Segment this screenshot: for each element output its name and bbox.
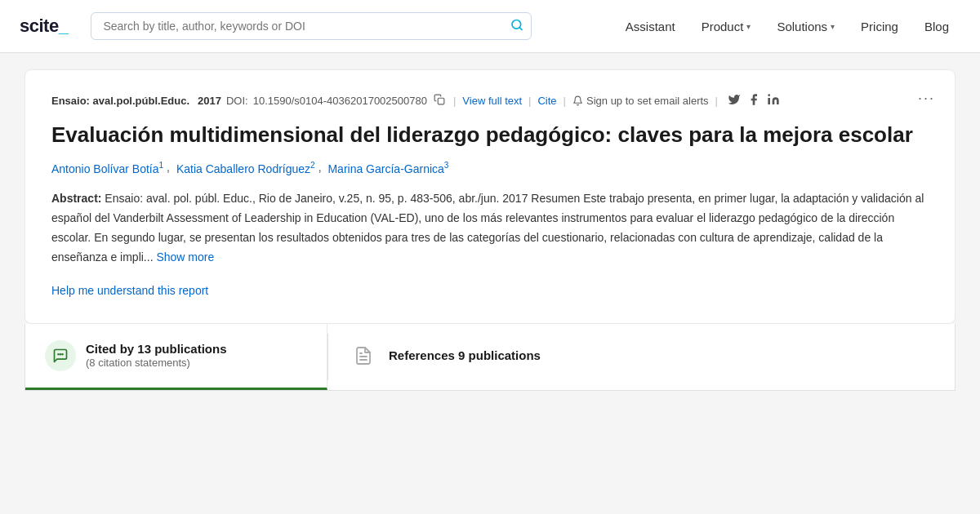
references-icon bbox=[348, 340, 379, 371]
help-link[interactable]: Help me understand this report bbox=[51, 284, 208, 297]
separator-4: | bbox=[715, 95, 718, 107]
facebook-icon bbox=[747, 93, 760, 106]
show-more-link[interactable]: Show more bbox=[156, 250, 214, 264]
search-wrapper bbox=[91, 12, 532, 40]
cited-by-main-label: Cited by 13 publications bbox=[86, 342, 227, 357]
search-button[interactable] bbox=[510, 19, 523, 34]
abstract-text: Abstract: Ensaio: aval. pol. públ. Educ.… bbox=[51, 189, 929, 267]
separator-2: | bbox=[528, 95, 531, 107]
tab-references[interactable]: References 9 publications bbox=[328, 324, 955, 390]
cited-by-icon-circle bbox=[45, 340, 76, 371]
cited-by-label-group: Cited by 13 publications (8 citation sta… bbox=[86, 342, 227, 369]
chevron-down-icon: ▾ bbox=[831, 22, 835, 31]
twitter-icon bbox=[728, 93, 741, 106]
tab-cited-by[interactable]: Cited by 13 publications (8 citation sta… bbox=[25, 324, 327, 390]
navbar: scite_ Assistant Product ▾ Solutions ▾ P… bbox=[0, 0, 980, 53]
references-label-group: References 9 publications bbox=[389, 348, 541, 363]
logo[interactable]: scite_ bbox=[20, 16, 68, 37]
author-3-link[interactable]: Marina García-Garnica3 bbox=[327, 161, 448, 175]
twitter-share-button[interactable] bbox=[728, 93, 741, 109]
search-icon bbox=[510, 19, 523, 32]
tabs-outer: Cited by 13 publications (8 citation sta… bbox=[8, 324, 972, 391]
separator-1: | bbox=[453, 95, 456, 107]
nav-item-pricing[interactable]: Pricing bbox=[849, 13, 910, 40]
author-1-link[interactable]: Antonio Bolívar Botía1 bbox=[51, 161, 163, 175]
view-full-text-link[interactable]: View full text bbox=[462, 95, 522, 107]
cite-link[interactable]: Cite bbox=[537, 95, 556, 107]
main-content: ··· Ensaio: aval.pol.públ.Educ. 2017 DOI… bbox=[8, 53, 972, 324]
search-input[interactable] bbox=[91, 12, 532, 40]
cited-by-sub-label: (8 citation statements) bbox=[86, 357, 227, 369]
doi-value: 10.1590/s0104-40362017002500780 bbox=[253, 95, 427, 107]
author-separator-2: , bbox=[318, 161, 325, 175]
nav-links: Assistant Product ▾ Solutions ▾ Pricing … bbox=[614, 13, 960, 40]
nav-item-product[interactable]: Product ▾ bbox=[690, 13, 763, 40]
facebook-share-button[interactable] bbox=[747, 93, 760, 109]
svg-point-4 bbox=[768, 94, 770, 96]
references-main-label: References 9 publications bbox=[389, 348, 541, 363]
tabs-bar: Cited by 13 publications (8 citation sta… bbox=[24, 324, 956, 391]
author-2-link[interactable]: Katia Caballero Rodríguez2 bbox=[176, 161, 315, 175]
alert-text: Sign up to set email alerts bbox=[586, 95, 709, 107]
linkedin-icon bbox=[767, 93, 780, 106]
doi-label: DOI: bbox=[226, 95, 248, 107]
authors-list: Antonio Bolívar Botía1 , Katia Caballero… bbox=[51, 161, 929, 175]
nav-item-solutions[interactable]: Solutions ▾ bbox=[765, 13, 846, 40]
meta-line: Ensaio: aval.pol.públ.Educ. 2017 DOI: 10… bbox=[51, 93, 929, 109]
publication-year: 2017 bbox=[198, 95, 221, 107]
article-title: Evaluación multidimensional del liderazg… bbox=[51, 122, 929, 149]
author-separator-1: , bbox=[167, 161, 173, 175]
journal-name: Ensaio: aval.pol.públ.Educ. bbox=[51, 95, 189, 107]
document-icon bbox=[354, 346, 373, 366]
chat-icon bbox=[52, 348, 69, 364]
separator-3: | bbox=[564, 95, 566, 107]
copy-icon bbox=[434, 94, 445, 105]
svg-line-1 bbox=[520, 28, 523, 30]
article-card: ··· Ensaio: aval.pol.públ.Educ. 2017 DOI… bbox=[24, 69, 956, 324]
email-alert-button[interactable]: Sign up to set email alerts bbox=[572, 95, 709, 107]
chevron-down-icon: ▾ bbox=[746, 22, 751, 31]
abstract-section: Abstract: Ensaio: aval. pol. públ. Educ.… bbox=[51, 189, 929, 267]
copy-doi-button[interactable] bbox=[432, 94, 447, 108]
nav-item-assistant[interactable]: Assistant bbox=[614, 13, 687, 40]
svg-rect-2 bbox=[438, 98, 444, 104]
abstract-label: Abstract: bbox=[51, 192, 101, 205]
bell-icon bbox=[572, 95, 583, 106]
nav-item-blog[interactable]: Blog bbox=[913, 13, 960, 40]
linkedin-share-button[interactable] bbox=[767, 93, 780, 109]
svg-rect-3 bbox=[768, 98, 770, 104]
more-options-button[interactable]: ··· bbox=[918, 90, 935, 107]
social-icons bbox=[728, 93, 780, 109]
